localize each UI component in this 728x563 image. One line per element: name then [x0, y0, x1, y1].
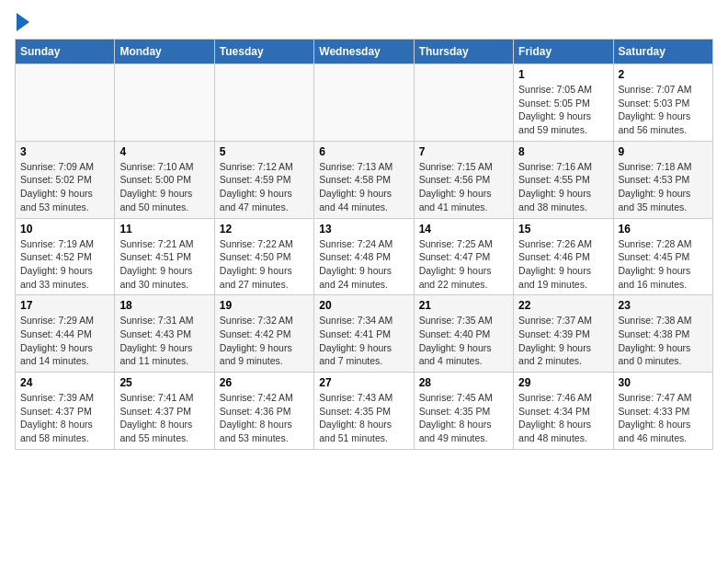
- calendar-cell: 25Sunrise: 7:41 AM Sunset: 4:37 PM Dayli…: [115, 373, 214, 450]
- day-info: Sunrise: 7:29 AM Sunset: 4:44 PM Dayligh…: [20, 314, 109, 368]
- day-info: Sunrise: 7:07 AM Sunset: 5:03 PM Dayligh…: [619, 83, 708, 137]
- day-info: Sunrise: 7:42 AM Sunset: 4:36 PM Dayligh…: [220, 391, 309, 445]
- calendar-cell: 2Sunrise: 7:07 AM Sunset: 5:03 PM Daylig…: [613, 64, 712, 142]
- day-number: 25: [119, 376, 209, 389]
- day-number: 3: [20, 145, 109, 158]
- calendar-cell: 19Sunrise: 7:32 AM Sunset: 4:42 PM Dayli…: [214, 295, 313, 373]
- day-number: 26: [220, 376, 309, 389]
- day-number: 8: [518, 145, 608, 158]
- calendar-cell: 7Sunrise: 7:15 AM Sunset: 4:56 PM Daylig…: [414, 141, 513, 218]
- day-info: Sunrise: 7:12 AM Sunset: 4:59 PM Dayligh…: [220, 160, 309, 214]
- calendar-cell: 4Sunrise: 7:10 AM Sunset: 5:00 PM Daylig…: [115, 141, 214, 218]
- calendar-week-row: 17Sunrise: 7:29 AM Sunset: 4:44 PM Dayli…: [16, 295, 713, 373]
- calendar-cell: 26Sunrise: 7:42 AM Sunset: 4:36 PM Dayli…: [214, 373, 313, 450]
- weekday-header-wednesday: Wednesday: [314, 40, 414, 64]
- day-info: Sunrise: 7:34 AM Sunset: 4:41 PM Dayligh…: [319, 314, 408, 368]
- day-info: Sunrise: 7:43 AM Sunset: 4:35 PM Dayligh…: [319, 391, 408, 445]
- calendar-cell: 27Sunrise: 7:43 AM Sunset: 4:35 PM Dayli…: [314, 373, 414, 450]
- calendar-cell: 3Sunrise: 7:09 AM Sunset: 5:02 PM Daylig…: [16, 141, 115, 218]
- day-info: Sunrise: 7:13 AM Sunset: 4:58 PM Dayligh…: [319, 160, 408, 214]
- day-info: Sunrise: 7:19 AM Sunset: 4:52 PM Dayligh…: [20, 237, 109, 292]
- day-info: Sunrise: 7:47 AM Sunset: 4:33 PM Dayligh…: [619, 391, 708, 445]
- page-header: [15, 15, 713, 31]
- calendar-cell: [16, 64, 115, 142]
- weekday-header-row: SundayMondayTuesdayWednesdayThursdayFrid…: [16, 40, 713, 64]
- calendar-cell: 1Sunrise: 7:05 AM Sunset: 5:05 PM Daylig…: [514, 64, 613, 142]
- calendar-cell: [214, 64, 313, 142]
- logo: [15, 15, 29, 31]
- day-number: 19: [220, 299, 309, 312]
- day-number: 22: [518, 299, 608, 312]
- day-info: Sunrise: 7:45 AM Sunset: 4:35 PM Dayligh…: [419, 391, 508, 445]
- calendar-week-row: 10Sunrise: 7:19 AM Sunset: 4:52 PM Dayli…: [16, 218, 713, 295]
- calendar-cell: 30Sunrise: 7:47 AM Sunset: 4:33 PM Dayli…: [613, 373, 712, 450]
- calendar-cell: 28Sunrise: 7:45 AM Sunset: 4:35 PM Dayli…: [414, 373, 513, 450]
- day-number: 20: [319, 299, 408, 312]
- day-number: 4: [119, 145, 209, 158]
- logo-arrow-icon: [17, 13, 29, 31]
- calendar-week-row: 24Sunrise: 7:39 AM Sunset: 4:37 PM Dayli…: [16, 373, 713, 450]
- calendar-cell: 6Sunrise: 7:13 AM Sunset: 4:58 PM Daylig…: [314, 141, 414, 218]
- weekday-header-monday: Monday: [115, 40, 214, 64]
- day-info: Sunrise: 7:38 AM Sunset: 4:38 PM Dayligh…: [619, 314, 708, 368]
- calendar-week-row: 3Sunrise: 7:09 AM Sunset: 5:02 PM Daylig…: [16, 141, 713, 218]
- day-info: Sunrise: 7:32 AM Sunset: 4:42 PM Dayligh…: [220, 314, 309, 368]
- day-number: 13: [319, 223, 408, 236]
- weekday-header-sunday: Sunday: [16, 40, 115, 64]
- day-number: 30: [619, 376, 708, 389]
- calendar-cell: 17Sunrise: 7:29 AM Sunset: 4:44 PM Dayli…: [16, 295, 115, 373]
- calendar-cell: 22Sunrise: 7:37 AM Sunset: 4:39 PM Dayli…: [514, 295, 613, 373]
- day-info: Sunrise: 7:28 AM Sunset: 4:45 PM Dayligh…: [619, 237, 708, 292]
- day-number: 5: [220, 145, 309, 158]
- day-number: 11: [119, 223, 209, 236]
- calendar-cell: 23Sunrise: 7:38 AM Sunset: 4:38 PM Dayli…: [613, 295, 712, 373]
- calendar-table: SundayMondayTuesdayWednesdayThursdayFrid…: [15, 39, 713, 450]
- day-info: Sunrise: 7:26 AM Sunset: 4:46 PM Dayligh…: [518, 237, 608, 292]
- day-info: Sunrise: 7:09 AM Sunset: 5:02 PM Dayligh…: [20, 160, 109, 214]
- day-number: 23: [619, 299, 708, 312]
- calendar-cell: 18Sunrise: 7:31 AM Sunset: 4:43 PM Dayli…: [115, 295, 214, 373]
- day-info: Sunrise: 7:41 AM Sunset: 4:37 PM Dayligh…: [119, 391, 209, 445]
- day-number: 15: [518, 223, 608, 236]
- calendar-cell: 24Sunrise: 7:39 AM Sunset: 4:37 PM Dayli…: [16, 373, 115, 450]
- calendar-cell: 10Sunrise: 7:19 AM Sunset: 4:52 PM Dayli…: [16, 218, 115, 295]
- calendar-cell: [414, 64, 513, 142]
- day-info: Sunrise: 7:05 AM Sunset: 5:05 PM Dayligh…: [518, 83, 608, 137]
- day-number: 27: [319, 376, 408, 389]
- weekday-header-saturday: Saturday: [613, 40, 712, 64]
- calendar-cell: 11Sunrise: 7:21 AM Sunset: 4:51 PM Dayli…: [115, 218, 214, 295]
- day-info: Sunrise: 7:22 AM Sunset: 4:50 PM Dayligh…: [220, 237, 309, 292]
- day-number: 9: [619, 145, 708, 158]
- day-number: 7: [419, 145, 508, 158]
- calendar-cell: 29Sunrise: 7:46 AM Sunset: 4:34 PM Dayli…: [514, 373, 613, 450]
- day-info: Sunrise: 7:18 AM Sunset: 4:53 PM Dayligh…: [619, 160, 708, 214]
- day-info: Sunrise: 7:24 AM Sunset: 4:48 PM Dayligh…: [319, 237, 408, 292]
- day-number: 18: [119, 299, 209, 312]
- day-number: 2: [619, 68, 708, 81]
- day-info: Sunrise: 7:39 AM Sunset: 4:37 PM Dayligh…: [20, 391, 109, 445]
- calendar-cell: 20Sunrise: 7:34 AM Sunset: 4:41 PM Dayli…: [314, 295, 414, 373]
- calendar-cell: 15Sunrise: 7:26 AM Sunset: 4:46 PM Dayli…: [514, 218, 613, 295]
- calendar-cell: 5Sunrise: 7:12 AM Sunset: 4:59 PM Daylig…: [214, 141, 313, 218]
- calendar-cell: 13Sunrise: 7:24 AM Sunset: 4:48 PM Dayli…: [314, 218, 414, 295]
- day-number: 29: [518, 376, 608, 389]
- calendar-cell: 12Sunrise: 7:22 AM Sunset: 4:50 PM Dayli…: [214, 218, 313, 295]
- calendar-cell: 16Sunrise: 7:28 AM Sunset: 4:45 PM Dayli…: [613, 218, 712, 295]
- calendar-cell: 14Sunrise: 7:25 AM Sunset: 4:47 PM Dayli…: [414, 218, 513, 295]
- day-number: 16: [619, 223, 708, 236]
- day-info: Sunrise: 7:21 AM Sunset: 4:51 PM Dayligh…: [119, 237, 209, 292]
- day-info: Sunrise: 7:25 AM Sunset: 4:47 PM Dayligh…: [419, 237, 508, 292]
- day-number: 12: [220, 223, 309, 236]
- day-info: Sunrise: 7:35 AM Sunset: 4:40 PM Dayligh…: [419, 314, 508, 368]
- day-number: 17: [20, 299, 109, 312]
- calendar-cell: [115, 64, 214, 142]
- day-info: Sunrise: 7:15 AM Sunset: 4:56 PM Dayligh…: [419, 160, 508, 214]
- day-number: 6: [319, 145, 408, 158]
- calendar-cell: 8Sunrise: 7:16 AM Sunset: 4:55 PM Daylig…: [514, 141, 613, 218]
- weekday-header-tuesday: Tuesday: [214, 40, 313, 64]
- day-info: Sunrise: 7:46 AM Sunset: 4:34 PM Dayligh…: [518, 391, 608, 445]
- weekday-header-friday: Friday: [514, 40, 613, 64]
- calendar-cell: [314, 64, 414, 142]
- day-number: 1: [518, 68, 608, 81]
- day-number: 21: [419, 299, 508, 312]
